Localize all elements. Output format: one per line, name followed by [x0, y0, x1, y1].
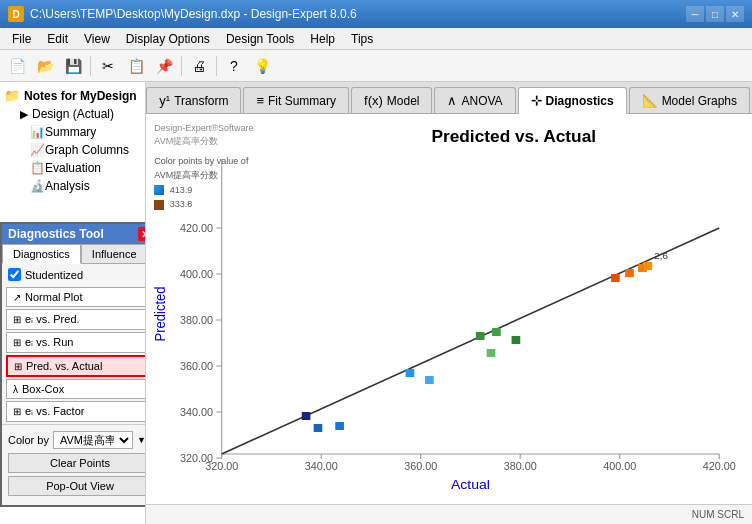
svg-text:380.00: 380.00: [504, 461, 537, 472]
normal-plot-label: Normal Plot: [25, 291, 82, 303]
design-icon: ▶: [20, 108, 28, 121]
popout-view-button[interactable]: Pop-Out View: [8, 476, 146, 496]
window-controls: ─ □ ✕: [686, 6, 744, 22]
box-cox-btn[interactable]: λ Box-Cox: [6, 379, 146, 399]
ei-factor-btn[interactable]: ⊞ eᵢ vs. Factor: [6, 401, 146, 422]
data-point-1: [302, 412, 311, 420]
tree-design-label: Design (Actual): [32, 107, 114, 121]
pred-actual-btn[interactable]: ⊞ Pred. vs. Actual: [6, 355, 146, 377]
window-title: C:\Users\TEMP\Desktop\MyDesign.dxp - Des…: [30, 7, 357, 21]
chart-title: Predicted vs. Actual: [432, 128, 597, 146]
svg-text:320.00: 320.00: [206, 461, 239, 472]
ei-run-label: eᵢ vs. Run: [25, 336, 73, 349]
summary-icon: 📊: [30, 125, 45, 139]
tab-fit-summary[interactable]: ≡ Fit Summary: [243, 87, 349, 113]
tree-design[interactable]: ▶ Design (Actual): [0, 105, 145, 123]
chart-svg: Predicted vs. Actual Predicted Actual 32…: [146, 114, 752, 504]
tree-evaluation[interactable]: 📋 Evaluation: [0, 159, 145, 177]
tab-transform-label: Transform: [174, 94, 228, 108]
print-button[interactable]: 🖨: [186, 53, 212, 79]
status-text: NUM SCRL: [692, 509, 744, 520]
ei-run-btn[interactable]: ⊞ eᵢ vs. Run: [6, 332, 146, 353]
tab-diagnostics-label: Diagnostics: [546, 94, 614, 108]
tab-diagnostics[interactable]: ⊹ Diagnostics: [518, 87, 627, 114]
open-button[interactable]: 📂: [32, 53, 58, 79]
menu-view[interactable]: View: [76, 30, 118, 48]
svg-text:360.00: 360.00: [180, 361, 213, 372]
diag-tool-close[interactable]: ✕: [138, 227, 146, 241]
new-button[interactable]: 📄: [4, 53, 30, 79]
titlebar: D C:\Users\TEMP\Desktop\MyDesign.dxp - D…: [0, 0, 752, 28]
tab-fit-summary-label: Fit Summary: [268, 94, 336, 108]
eval-icon: 📋: [30, 161, 45, 175]
tree-root[interactable]: 📁 Notes for MyDesign: [0, 86, 145, 105]
copy-button[interactable]: 📋: [123, 53, 149, 79]
menu-display-options[interactable]: Display Options: [118, 30, 218, 48]
left-panel: 📁 Notes for MyDesign ▶ Design (Actual) 📊…: [0, 82, 146, 524]
menu-edit[interactable]: Edit: [39, 30, 76, 48]
data-point-2: [314, 424, 323, 432]
diag-tabs: Diagnostics Influence: [2, 244, 146, 264]
pred-actual-label: Pred. vs. Actual: [26, 360, 102, 372]
point-cluster-label: 2,6: [655, 251, 669, 261]
tab-bar: y¹ Transform ≡ Fit Summary f(x) Model ∧ …: [146, 82, 752, 114]
svg-text:420.00: 420.00: [703, 461, 736, 472]
data-point-4: [406, 369, 415, 377]
normal-plot-btn[interactable]: ↗ Normal Plot: [6, 287, 146, 307]
anova-icon: ∧: [447, 93, 457, 108]
model-graphs-icon: 📐: [642, 93, 658, 108]
model-icon: f(x): [364, 93, 383, 108]
minimize-button[interactable]: ─: [686, 6, 704, 22]
graph-icon: 📈: [30, 143, 45, 157]
diag-tab-influence[interactable]: Influence: [81, 244, 146, 263]
tree-summary[interactable]: 📊 Summary: [0, 123, 145, 141]
data-point-8: [512, 336, 521, 344]
tab-model-label: Model: [387, 94, 420, 108]
maximize-button[interactable]: □: [706, 6, 724, 22]
folder-icon: 📁: [4, 88, 20, 103]
menu-file[interactable]: File: [4, 30, 39, 48]
analysis-icon: 🔬: [30, 179, 45, 193]
tree-analysis[interactable]: 🔬 Analysis: [0, 177, 145, 195]
box-cox-icon: λ: [13, 384, 18, 395]
studentized-label: Studentized: [25, 269, 83, 281]
toolbar-separator-1: [90, 56, 91, 76]
tab-transform[interactable]: y¹ Transform: [146, 87, 241, 113]
paste-button[interactable]: 📌: [151, 53, 177, 79]
tab-model[interactable]: f(x) Model: [351, 87, 432, 113]
diagnostics-icon: ⊹: [531, 93, 542, 108]
help-button[interactable]: ?: [221, 53, 247, 79]
cut-button[interactable]: ✂: [95, 53, 121, 79]
studentized-checkbox[interactable]: [8, 268, 21, 281]
diag-tool-header: Diagnostics Tool ✕: [2, 224, 146, 244]
tab-anova[interactable]: ∧ ANOVA: [434, 87, 515, 113]
y-axis-label: Predicted: [153, 287, 169, 342]
ei-pred-btn[interactable]: ⊞ eᵢ vs. Pred.: [6, 309, 146, 330]
reference-line: [222, 228, 720, 454]
tree-root-label: Notes for MyDesign: [24, 89, 137, 103]
ei-factor-icon: ⊞: [13, 406, 21, 417]
main-area: 📁 Notes for MyDesign ▶ Design (Actual) 📊…: [0, 82, 752, 524]
chart-area: Design-Expert®Software AVM提高率分数 Color po…: [146, 114, 752, 504]
menu-help[interactable]: Help: [302, 30, 343, 48]
close-button[interactable]: ✕: [726, 6, 744, 22]
save-button[interactable]: 💾: [60, 53, 86, 79]
menu-tips[interactable]: Tips: [343, 30, 381, 48]
transform-icon: y¹: [159, 93, 170, 108]
color-by-select[interactable]: AVM提高率: [53, 431, 133, 449]
studentized-checkbox-row: Studentized: [2, 264, 146, 285]
diagnostics-tool-panel: Diagnostics Tool ✕ Diagnostics Influence…: [0, 222, 146, 507]
svg-text:380.00: 380.00: [180, 315, 213, 326]
diag-tab-diagnostics[interactable]: Diagnostics: [2, 244, 81, 264]
data-point-11: [625, 269, 634, 277]
color-by-label: Color by: [8, 434, 49, 446]
tips-button[interactable]: 💡: [249, 53, 275, 79]
ei-pred-label: eᵢ vs. Pred.: [25, 313, 80, 326]
clear-points-button[interactable]: Clear Points: [8, 453, 146, 473]
menu-design-tools[interactable]: Design Tools: [218, 30, 302, 48]
svg-text:400.00: 400.00: [604, 461, 637, 472]
tree-graph-columns[interactable]: 📈 Graph Columns: [0, 141, 145, 159]
svg-text:420.00: 420.00: [180, 223, 213, 234]
color-by-row: Color by AVM提高率 ▼: [8, 431, 146, 449]
tab-model-graphs[interactable]: 📐 Model Graphs: [629, 87, 750, 113]
